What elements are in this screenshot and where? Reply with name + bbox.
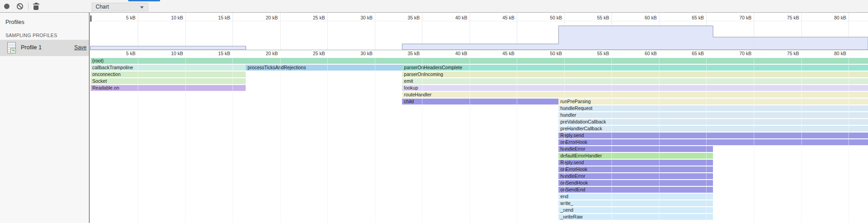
tick-label: 5 kB: [111, 15, 136, 20]
gridline-overlay: [280, 57, 281, 223]
flame-frame-label: _writeRaw: [558, 214, 582, 219]
flame-frame-label: handleError: [558, 146, 585, 152]
gridline-overlay: [659, 57, 659, 223]
flame-frame-defaultErrorHandler[interactable]: defaultErrorHandler: [558, 153, 713, 159]
flame-frame-callbackTrampoline[interactable]: callbackTrampoline: [91, 65, 246, 71]
clear-profiles-icon[interactable]: [17, 3, 23, 9]
flame-frame-label: onErrorHook: [558, 139, 587, 145]
flame-frame-label: onSendEnd: [558, 187, 585, 192]
flame-frame-label: Reply.send: [558, 133, 584, 138]
flame-frame-onErrorHook[interactable]: onErrorHook: [558, 139, 868, 145]
flame-frame-end[interactable]: end: [558, 194, 713, 199]
tick-label: 35 kB: [395, 15, 420, 20]
tick-label: 60 kB: [632, 15, 657, 20]
flame-frame-Reply.send[interactable]: Reply.send: [558, 160, 713, 166]
flame-frame-handleError[interactable]: handleError: [558, 173, 713, 179]
flame-frame-child[interactable]: child: [402, 99, 558, 104]
heap-profile-icon: %: [7, 42, 16, 53]
flame-frame-handleRequest[interactable]: handleRequest: [558, 105, 868, 111]
flame-frame-root[interactable]: (root): [91, 58, 868, 64]
flame-frame-routeHandler[interactable]: routeHandler: [402, 92, 868, 98]
flame-frame-label: (root): [91, 58, 104, 63]
tick-label: 50 kB: [538, 15, 562, 20]
gridline-overlay: [422, 57, 422, 223]
tick-label: 30 kB: [348, 15, 373, 20]
flame-frame-label: preValidationCallback: [558, 119, 606, 124]
panel-tab-indicator: [128, 0, 160, 1]
flame-frame-write_[interactable]: write_: [558, 200, 713, 206]
flame-frame-label: handler: [558, 112, 576, 118]
tick-label: 50 kB: [538, 51, 562, 56]
flame-frame-label: onSendHook: [558, 180, 588, 185]
flame-frame-_writeRaw[interactable]: _writeRaw: [558, 214, 713, 220]
flame-frame-label: handleRequest: [558, 105, 592, 111]
flame-frame-preHandlerCallback[interactable]: preHandlerCallback: [558, 126, 868, 132]
tick-label: 55 kB: [585, 51, 609, 56]
tick-label: 20 kB: [253, 51, 278, 56]
gridline-overlay: [517, 57, 517, 223]
flame-frame-label: onconnection: [91, 71, 121, 77]
flame-frame-processTicksAndRejections[interactable]: processTicksAndRejections: [246, 65, 402, 71]
sampling-profiles-section-label: SAMPLING PROFILES: [5, 33, 57, 38]
flame-frame-label: emit: [402, 78, 413, 84]
allocation-overview-pane[interactable]: 5 kB10 kB15 kB20 kB25 kB30 kB35 kB40 kB4…: [90, 13, 868, 50]
flame-frame-Socket[interactable]: Socket: [91, 78, 246, 84]
tick-label: 15 kB: [206, 15, 230, 20]
tick-label: 45 kB: [490, 51, 514, 56]
tick-label: 5 kB: [111, 51, 136, 56]
tick-label: 15 kB: [206, 51, 230, 56]
flame-frame-label: _send: [558, 207, 573, 213]
delete-profile-icon[interactable]: [33, 3, 39, 10]
flame-frame-parserOnIncoming[interactable]: parserOnIncoming: [402, 71, 868, 77]
profiler-toolbar: Chart: [0, 0, 868, 13]
flame-frame-onSendHook[interactable]: onSendHook: [558, 180, 713, 186]
flame-frame-Reply.send[interactable]: Reply.send: [558, 133, 868, 138]
overview-selection-handle[interactable]: [90, 15, 92, 22]
flame-frame-handleError[interactable]: handleError: [558, 146, 713, 152]
flamechart-area[interactable]: (root)callbackTrampolineprocessTicksAndR…: [90, 57, 868, 223]
tick-label: 80 kB: [822, 51, 846, 56]
tick-label: 65 kB: [679, 51, 704, 56]
record-heap-profile-button[interactable]: [4, 4, 10, 9]
flame-frame-Readable.on[interactable]: Readable.on: [91, 85, 246, 91]
flame-frame-label: Socket: [91, 78, 107, 84]
flame-frame-onconnection[interactable]: onconnection: [91, 71, 246, 77]
tick-label: 70 kB: [727, 15, 752, 20]
gridline-overlay: [564, 57, 565, 223]
sidebar-title: Profiles: [5, 19, 24, 25]
tick-label: 25 kB: [301, 51, 325, 56]
flame-frame-onErrorHook[interactable]: onErrorHook: [558, 166, 713, 172]
flame-frame-handler[interactable]: handler: [558, 112, 868, 118]
tick-label: 60 kB: [632, 51, 657, 56]
tick-label: 20 kB: [253, 15, 278, 20]
flame-frame-onSendEnd[interactable]: onSendEnd: [558, 187, 713, 193]
tick-label: 40 kB: [443, 51, 467, 56]
profiles-sidebar: Profiles SAMPLING PROFILES % Profile 1 S…: [0, 13, 90, 223]
view-mode-select[interactable]: Chart: [92, 3, 148, 11]
flame-frame-runPreParsing[interactable]: runPreParsing: [558, 99, 868, 104]
tick-label: 55 kB: [585, 15, 609, 20]
flame-frame-label: child: [402, 99, 414, 104]
flame-frame-emit[interactable]: emit: [402, 78, 868, 84]
profile-name: Profile 1: [21, 44, 42, 51]
save-profile-link[interactable]: Save: [74, 44, 87, 51]
gridline-overlay: [185, 57, 186, 223]
flame-frame-_send[interactable]: _send: [558, 207, 713, 213]
tick-label: 10 kB: [159, 15, 183, 20]
sidebar-item-profile-1[interactable]: % Profile 1 Save: [0, 40, 89, 56]
gridline-overlay: [327, 57, 328, 223]
tick-label: 75 kB: [775, 15, 799, 20]
flame-frame-label: handleError: [558, 173, 585, 179]
flame-frame-label: onErrorHook: [558, 166, 587, 172]
tick-label: 30 kB: [348, 51, 373, 56]
flame-frame-parserOnHeadersComplete[interactable]: parserOnHeadersComplete: [402, 65, 868, 71]
tick-label: 80 kB: [822, 15, 846, 20]
flame-frame-label: callbackTrampoline: [91, 65, 133, 70]
flame-frame-preValidationCallback[interactable]: preValidationCallback: [558, 119, 868, 125]
tick-label: 70 kB: [727, 51, 752, 56]
gridline-overlay: [375, 57, 375, 223]
memory-profiler-panel: Chart Profiles SAMPLING PROFILES % Profi…: [0, 0, 868, 223]
flame-frame-label: Readable.on: [91, 85, 120, 90]
flame-frame-lookup[interactable]: lookup: [402, 85, 868, 91]
tick-label: 40 kB: [443, 15, 467, 20]
